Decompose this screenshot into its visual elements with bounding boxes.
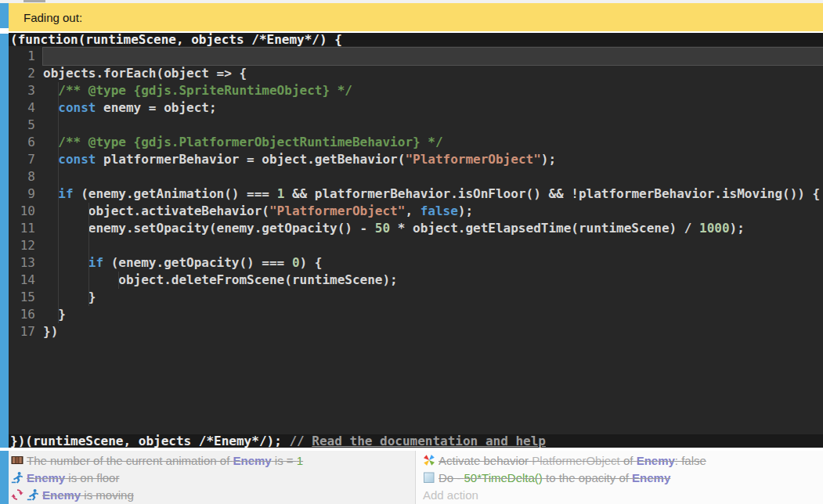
event-selection-bar [0, 3, 9, 28]
comment-text: Fading out: [23, 11, 82, 24]
footer-code-text: })(runtimeScene, objects /*Enemy*/); [10, 434, 289, 448]
event-text: Enemy is on floor [27, 471, 119, 484]
code-line-text: object.deleteFromScene(runtimeScene); [43, 272, 823, 289]
condition-row[interactable]: Enemy is on floor [11, 469, 415, 486]
add-action-button[interactable]: Add action [423, 486, 823, 503]
line-number: 5 [9, 117, 35, 134]
platformer-icon [11, 471, 23, 484]
code-line[interactable]: 5 [9, 117, 823, 134]
line-number: 6 [9, 134, 35, 151]
event-text: Enemy is moving [42, 488, 134, 502]
code-line-text: } [43, 306, 823, 323]
code-line-text: /** @type {gdjs.PlatformerObjectRuntimeB… [43, 134, 823, 151]
invert-icon [11, 488, 23, 501]
code-line[interactable]: 9 if (enemy.getAnimation() === 1 && plat… [9, 185, 823, 203]
line-number: 13 [9, 254, 35, 272]
code-line-text [43, 237, 823, 254]
code-line[interactable]: 7 const platformerBehavior = object.getB… [9, 151, 823, 168]
line-number: 8 [9, 168, 35, 185]
code-line[interactable]: 4 const enemy = object; [9, 99, 823, 117]
platformer-icon [27, 488, 39, 501]
code-line-text: object.activateBehavior("PlatformerObjec… [43, 203, 823, 220]
indent-guide [118, 272, 119, 289]
code-line[interactable]: 11 enemy.setOpacity(enemy.getOpacity() -… [9, 220, 823, 237]
code-line-text: if (enemy.getOpacity() === 0) { [43, 254, 823, 272]
condition-row[interactable]: The number of the current animation of E… [11, 452, 415, 469]
disabled-event: The number of the current animation of E… [9, 451, 823, 504]
code-line-text [43, 168, 823, 185]
action-row[interactable]: Do - 50*TimeDelta() to the opacity of En… [423, 469, 823, 486]
code-line[interactable]: 2objects.forEach(object => { [9, 65, 823, 82]
indent-guide [58, 82, 59, 323]
code-line[interactable]: 8 [9, 168, 823, 185]
line-number: 9 [9, 185, 35, 203]
line-number: 4 [9, 99, 35, 117]
event-conditions-panel: The number of the current animation of E… [9, 451, 415, 504]
line-number: 15 [9, 289, 35, 306]
action-row[interactable]: Activate behavior PlatformerObject of En… [423, 452, 823, 469]
event-text: Activate behavior PlatformerObject of En… [439, 454, 706, 467]
footer-comment-slashes: // [289, 434, 312, 448]
behavior-icon [423, 454, 435, 466]
code-line[interactable]: 6 /** @type {gdjs.PlatformerObjectRuntim… [9, 134, 823, 151]
code-header-line: (function(runtimeScene, objects /*Enemy*… [9, 33, 823, 46]
code-line-text: const platformerBehavior = object.getBeh… [43, 151, 823, 168]
top-divider-notch [23, 0, 45, 2]
condition-row[interactable]: Enemy is moving [11, 486, 415, 503]
event-selection-bar [0, 451, 9, 504]
code-line[interactable]: 16 } [9, 306, 823, 323]
code-line-text: /** @type {gdjs.SpriteRuntimeObject} */ [43, 82, 823, 99]
documentation-link[interactable]: Read the documentation and help [312, 434, 546, 448]
event-text: The number of the current animation of E… [27, 454, 303, 467]
js-code-event: (function(runtimeScene, objects /*Enemy*… [9, 33, 823, 448]
line-number: 14 [9, 272, 35, 289]
code-line-text: } [43, 289, 823, 306]
event-sheet: Fading out: (function(runtimeScene, obje… [0, 0, 823, 504]
code-line[interactable]: 15 } [9, 289, 823, 306]
code-line-text: if (enemy.getAnimation() === 1 && platfo… [43, 185, 823, 203]
animation-icon [11, 454, 23, 466]
indent-guide [88, 203, 89, 306]
code-line[interactable]: 13 if (enemy.getOpacity() === 0) { [9, 254, 823, 272]
line-number: 10 [9, 203, 35, 220]
code-line-text: const enemy = object; [43, 99, 823, 117]
code-footer-line: })(runtimeScene, objects /*Enemy*/); // … [9, 434, 823, 448]
event-actions-panel: Activate behavior PlatformerObject of En… [415, 451, 823, 504]
code-line[interactable]: 3 /** @type {gdjs.SpriteRuntimeObject} *… [9, 82, 823, 99]
js-code-editor[interactable]: 12objects.forEach(object => {3 /** @type… [9, 46, 823, 434]
line-number: 17 [9, 323, 35, 340]
comment-event[interactable]: Fading out: [9, 3, 823, 31]
code-line[interactable]: 17}) [9, 323, 823, 340]
event-selection-bar [0, 34, 9, 448]
active-code-line-text [43, 48, 823, 65]
line-number: 16 [9, 306, 35, 323]
code-line[interactable]: 10 object.activateBehavior("PlatformerOb… [9, 203, 823, 220]
event-text: Do - 50*TimeDelta() to the opacity of En… [439, 471, 670, 484]
code-line[interactable]: 1 [9, 48, 823, 65]
code-line-text [43, 117, 823, 134]
opacity-icon [423, 471, 435, 484]
code-line-text: enemy.setOpacity(enemy.getOpacity() - 50… [43, 220, 823, 237]
code-line[interactable]: 12 [9, 237, 823, 254]
line-number: 7 [9, 151, 35, 168]
line-number: 11 [9, 220, 35, 237]
line-number: 1 [9, 48, 35, 65]
code-line[interactable]: 14 object.deleteFromScene(runtimeScene); [9, 272, 823, 289]
line-number: 3 [9, 82, 35, 99]
line-number: 2 [9, 65, 35, 82]
code-line-text: }) [43, 323, 823, 340]
code-line-text: objects.forEach(object => { [43, 65, 823, 82]
line-number: 12 [9, 237, 35, 254]
